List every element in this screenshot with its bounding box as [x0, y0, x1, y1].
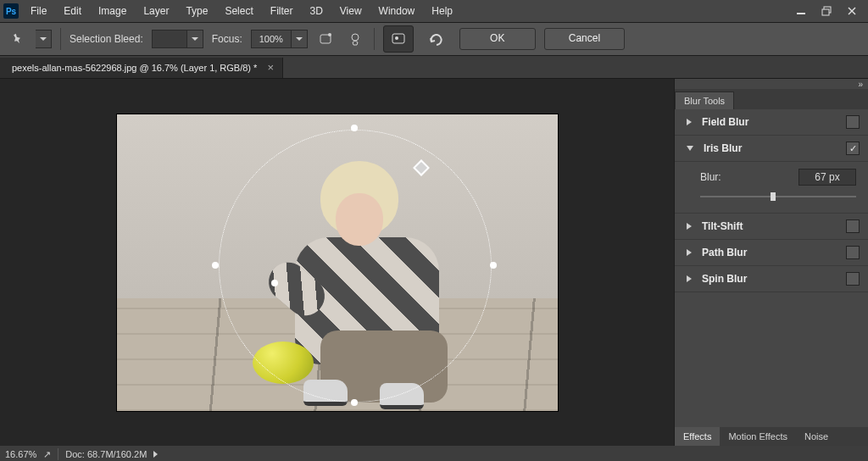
- effects-tab[interactable]: Effects: [675, 427, 720, 446]
- collapse-icon: [687, 146, 693, 151]
- iris-handle-right[interactable]: [490, 262, 497, 269]
- field-blur-row[interactable]: Field Blur: [675, 109, 868, 136]
- iris-feather-handle[interactable]: [271, 280, 278, 286]
- options-bar: Selection Bleed: Focus: 100% OK Cancel: [0, 23, 868, 56]
- svg-point-9: [395, 36, 398, 40]
- iris-handle-bottom[interactable]: [351, 399, 358, 406]
- menu-select[interactable]: Select: [216, 0, 261, 22]
- svg-rect-8: [392, 34, 404, 43]
- iris-blur-checkbox[interactable]: [846, 142, 860, 155]
- doc-size: Doc: 68.7M/160.2M: [65, 449, 147, 459]
- focus-label: Focus:: [212, 33, 242, 45]
- selection-bleed-label: Selection Bleed:: [70, 33, 143, 45]
- tilt-shift-label: Tilt-Shift: [702, 220, 846, 232]
- save-mask-icon[interactable]: [316, 29, 337, 49]
- effects-tab-strip: Effects Motion Effects Noise: [675, 427, 868, 446]
- menu-edit[interactable]: Edit: [55, 0, 90, 22]
- chevron-down-icon: [296, 37, 303, 41]
- expand-icon: [687, 249, 692, 256]
- iris-blur-controls: Blur: 67 px: [675, 162, 868, 214]
- menu-layer[interactable]: Layer: [135, 0, 177, 22]
- blur-value-field[interactable]: 67 px: [798, 169, 856, 186]
- iris-blur-row[interactable]: Iris Blur: [675, 136, 868, 162]
- tool-preset-dropdown[interactable]: [36, 30, 52, 48]
- motion-effects-tab[interactable]: Motion Effects: [720, 427, 796, 446]
- iris-handle-top[interactable]: [351, 125, 358, 131]
- spin-blur-row[interactable]: Spin Blur: [675, 266, 868, 292]
- status-bar: 16.67% ↗ Doc: 68.7M/160.2M: [0, 446, 868, 461]
- menu-3d[interactable]: 3D: [301, 0, 331, 22]
- menu-filter[interactable]: Filter: [262, 0, 302, 22]
- high-quality-icon[interactable]: [345, 29, 365, 49]
- menu-bar: Ps File Edit Image Layer Type Select Fil…: [0, 0, 868, 22]
- chevron-down-icon: [40, 37, 47, 41]
- right-panel: » Blur Tools Field Blur Iris Blur Blur: …: [674, 79, 868, 446]
- doc-info-flyout-icon[interactable]: [153, 451, 158, 458]
- window-restore-button[interactable]: [814, 3, 839, 19]
- blur-slider[interactable]: [700, 191, 856, 203]
- expand-icon: [687, 275, 692, 282]
- spin-blur-checkbox[interactable]: [846, 272, 860, 286]
- separator: [374, 28, 375, 50]
- expand-icon: [687, 119, 692, 125]
- field-blur-label: Field Blur: [702, 116, 846, 128]
- share-icon[interactable]: ↗: [43, 449, 51, 460]
- svg-point-7: [352, 34, 359, 41]
- remove-pins-button[interactable]: [422, 26, 451, 52]
- separator: [60, 28, 61, 50]
- preview-toggle[interactable]: [383, 25, 414, 53]
- tilt-shift-checkbox[interactable]: [846, 219, 860, 233]
- window-close-button[interactable]: [839, 3, 865, 19]
- menu-window[interactable]: Window: [370, 0, 424, 22]
- window-minimize-button[interactable]: [788, 3, 814, 19]
- iris-blur-label: Iris Blur: [704, 142, 846, 154]
- document-tab-title: pexels-allan-mas-5622968.jpg @ 16.7% (La…: [12, 63, 257, 73]
- menu-file[interactable]: File: [22, 0, 55, 22]
- path-blur-checkbox[interactable]: [846, 246, 860, 259]
- panel-flyout-icon[interactable]: »: [675, 79, 868, 89]
- field-blur-checkbox[interactable]: [846, 115, 860, 129]
- path-blur-label: Path Blur: [702, 247, 846, 258]
- svg-rect-2: [822, 9, 829, 15]
- tilt-shift-row[interactable]: Tilt-Shift: [675, 214, 868, 240]
- document-tab[interactable]: pexels-allan-mas-5622968.jpg @ 16.7% (La…: [0, 58, 283, 78]
- iris-handle-left[interactable]: [212, 262, 219, 269]
- menu-help[interactable]: Help: [423, 0, 461, 22]
- focus-field[interactable]: 100%: [251, 30, 308, 48]
- zoom-level[interactable]: 16.67%: [5, 449, 36, 459]
- close-tab-icon[interactable]: ×: [267, 61, 274, 74]
- document-tab-strip: pexels-allan-mas-5622968.jpg @ 16.7% (La…: [0, 56, 868, 79]
- ok-button[interactable]: OK: [459, 28, 536, 50]
- selection-bleed-field[interactable]: [152, 30, 203, 48]
- blur-tools-tab[interactable]: Blur Tools: [675, 92, 734, 109]
- svg-point-6: [328, 33, 331, 36]
- iris-blur-ring[interactable]: [219, 130, 492, 403]
- canvas-area[interactable]: [0, 79, 674, 446]
- document-canvas[interactable]: [116, 114, 559, 412]
- noise-tab[interactable]: Noise: [796, 427, 837, 446]
- menu-image[interactable]: Image: [90, 0, 135, 22]
- blur-slider-label: Blur:: [700, 171, 798, 183]
- menu-view[interactable]: View: [331, 0, 370, 22]
- spin-blur-label: Spin Blur: [702, 273, 846, 285]
- expand-icon: [687, 223, 692, 230]
- cancel-button[interactable]: Cancel: [544, 28, 625, 50]
- focus-value[interactable]: 100%: [251, 30, 292, 48]
- menu-type[interactable]: Type: [177, 0, 216, 22]
- app-logo: Ps: [0, 0, 22, 22]
- chevron-down-icon: [192, 37, 198, 41]
- pin-icon[interactable]: [3, 25, 31, 53]
- path-blur-row[interactable]: Path Blur: [675, 240, 868, 266]
